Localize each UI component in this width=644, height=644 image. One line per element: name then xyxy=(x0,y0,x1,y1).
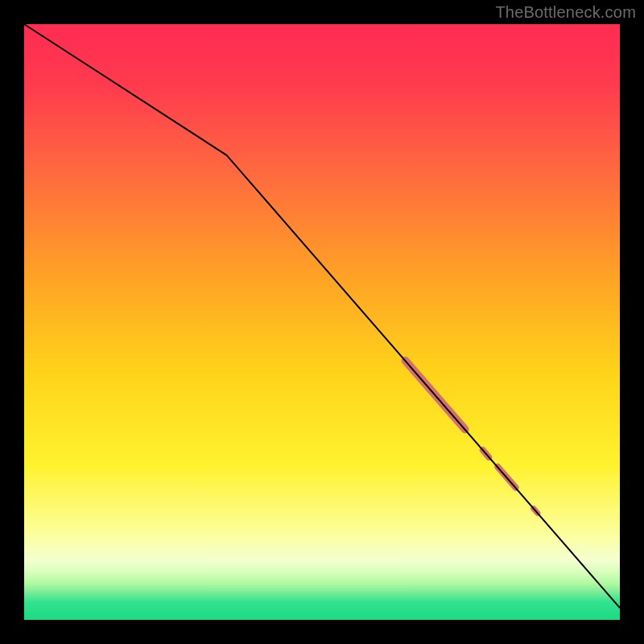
bottleneck-chart xyxy=(0,0,644,644)
plot-background xyxy=(24,24,620,620)
watermark-text: TheBottleneck.com xyxy=(495,3,636,22)
chart-frame: TheBottleneck.com xyxy=(0,0,644,644)
